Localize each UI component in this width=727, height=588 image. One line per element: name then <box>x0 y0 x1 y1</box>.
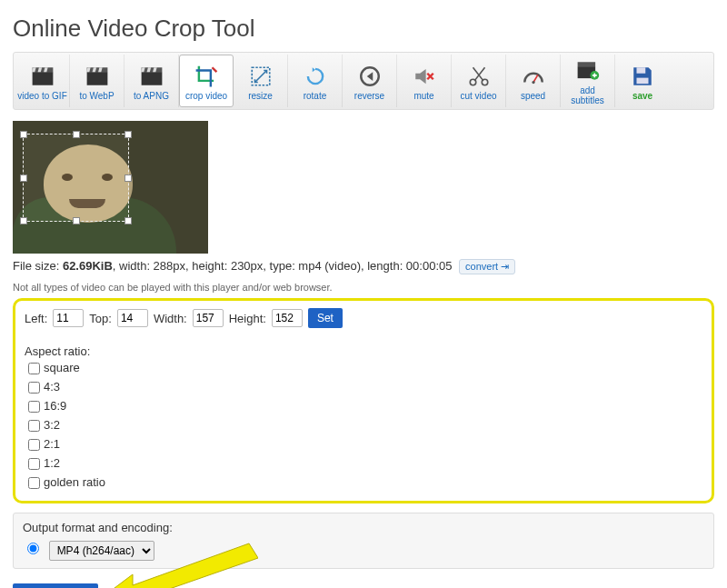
crop-handle-se[interactable] <box>124 217 132 224</box>
mute-icon <box>411 64 438 89</box>
aspect-option-label: 4:3 <box>44 380 60 394</box>
subtitles-icon <box>574 58 602 84</box>
convert-button[interactable]: convert ⇥ <box>459 259 515 274</box>
crop-video-button[interactable]: Crop video! <box>13 583 98 588</box>
height-label: Height: <box>229 312 266 325</box>
aspect-checkbox[interactable] <box>28 477 40 489</box>
player-compat-note: Not all types of video can be played wit… <box>13 282 714 293</box>
top-label: Top: <box>89 312 112 325</box>
tool-label: speed <box>521 91 545 101</box>
tool-reverse[interactable]: reverse <box>343 55 397 107</box>
aspect-option-label: 16:9 <box>44 399 66 413</box>
page-title: Online Video Crop Tool <box>13 15 714 43</box>
svg-point-20 <box>532 80 534 83</box>
tool-label: mute <box>413 91 433 101</box>
aspect-checkbox[interactable] <box>28 382 40 394</box>
tool-label: video to GIF <box>17 91 66 101</box>
tool-video-to-gif[interactable]: video to GIF <box>15 55 70 107</box>
aspect-checkbox[interactable] <box>28 420 40 432</box>
crop-handle-ne[interactable] <box>124 131 132 138</box>
tool-speed[interactable]: speed <box>506 55 561 107</box>
crop-settings-panel: Left: Top: Width: Height: Set Aspect rat… <box>13 298 714 503</box>
aspect-ratio-section: Aspect ratio: square 4:3 16:9 3:2 2:1 1:… <box>25 344 702 492</box>
tool-to-webp[interactable]: to WebP <box>70 55 124 107</box>
aspect-option-2-1[interactable]: 2:1 <box>25 436 702 453</box>
top-input[interactable] <box>117 309 148 327</box>
output-format-panel: Output format and encoding: MP4 (h264/aa… <box>13 513 714 569</box>
aspect-ratio-title: Aspect ratio: <box>25 344 702 358</box>
tool-label: rotate <box>304 91 327 101</box>
resize-icon <box>247 64 274 89</box>
aspect-checkbox[interactable] <box>28 458 40 470</box>
tool-label: add subtitles <box>563 85 612 105</box>
clapperboard-icon <box>84 64 111 89</box>
width-label: Width: <box>154 312 187 325</box>
aspect-option-1-2[interactable]: 1:2 <box>25 455 702 473</box>
clapperboard-icon <box>29 64 56 89</box>
reverse-icon <box>356 64 383 89</box>
aspect-option-golden[interactable]: golden ratio <box>25 474 702 492</box>
left-label: Left: <box>25 312 47 325</box>
height-input[interactable] <box>272 309 303 327</box>
aspect-option-label: 2:1 <box>44 437 60 451</box>
tool-label: cut video <box>460 91 496 101</box>
file-info-rest: , width: 288px, height: 230px, type: mp4… <box>113 259 453 273</box>
aspect-checkbox[interactable] <box>28 439 40 451</box>
tool-label: to APNG <box>134 91 169 101</box>
aspect-option-3-2[interactable]: 3:2 <box>25 417 702 434</box>
aspect-option-square[interactable]: square <box>25 360 702 377</box>
tool-label: crop video <box>185 91 227 101</box>
toolbar: video to GIF to WebP to APNG crop video … <box>13 52 714 110</box>
crop-handle-nw[interactable] <box>20 131 27 138</box>
tool-label: save <box>632 91 652 101</box>
svg-rect-10 <box>141 72 162 85</box>
tool-label: resize <box>248 91 273 101</box>
video-preview-container <box>13 121 714 254</box>
tool-cut-video[interactable]: cut video <box>452 55 506 107</box>
tool-label: reverse <box>354 91 384 101</box>
aspect-option-4-3[interactable]: 4:3 <box>25 379 702 396</box>
tool-label: to WebP <box>79 91 114 101</box>
svg-rect-24 <box>637 67 646 74</box>
crop-selection[interactable] <box>23 134 129 222</box>
file-info: File size: 62.69KiB, width: 288px, heigh… <box>13 259 714 274</box>
scissors-icon <box>465 64 493 89</box>
crop-handle-s[interactable] <box>73 217 80 224</box>
file-info-prefix: File size: <box>13 259 63 273</box>
aspect-checkbox[interactable] <box>28 401 40 413</box>
speedometer-icon <box>520 64 547 89</box>
left-input[interactable] <box>53 309 84 327</box>
output-format-select[interactable]: MP4 (h264/aac) <box>49 541 154 561</box>
convert-label: convert <box>465 261 498 272</box>
file-size-value: 62.69KiB <box>63 259 113 273</box>
crop-icon <box>193 64 220 89</box>
aspect-option-label: 1:2 <box>44 456 60 470</box>
dimensions-row: Left: Top: Width: Height: Set <box>25 308 702 332</box>
tool-add-subtitles[interactable]: add subtitles <box>561 55 615 107</box>
crop-handle-sw[interactable] <box>20 217 27 224</box>
svg-rect-5 <box>86 72 107 85</box>
svg-rect-0 <box>32 72 53 85</box>
tool-rotate[interactable]: rotate <box>288 55 343 107</box>
tool-to-apng[interactable]: to APNG <box>124 55 179 107</box>
tool-save[interactable]: save <box>615 55 670 107</box>
aspect-option-label: 3:2 <box>44 418 60 432</box>
crop-handle-e[interactable] <box>124 174 132 182</box>
crop-handle-n[interactable] <box>73 131 80 138</box>
tool-resize[interactable]: resize <box>234 55 288 107</box>
video-preview[interactable] <box>13 121 208 254</box>
svg-rect-22 <box>577 62 595 66</box>
aspect-checkbox[interactable] <box>28 363 40 374</box>
convert-arrow-icon: ⇥ <box>501 261 509 272</box>
floppy-disk-icon <box>629 64 656 89</box>
aspect-option-16-9[interactable]: 16:9 <box>25 398 702 415</box>
output-format-title: Output format and encoding: <box>23 521 704 534</box>
svg-rect-25 <box>637 77 649 84</box>
crop-handle-w[interactable] <box>20 174 27 182</box>
output-format-radio[interactable] <box>27 543 39 554</box>
set-button[interactable]: Set <box>308 308 343 328</box>
tool-crop-video[interactable]: crop video <box>179 55 234 107</box>
width-input[interactable] <box>193 309 224 327</box>
tool-mute[interactable]: mute <box>397 55 452 107</box>
aspect-option-label: square <box>44 361 80 374</box>
